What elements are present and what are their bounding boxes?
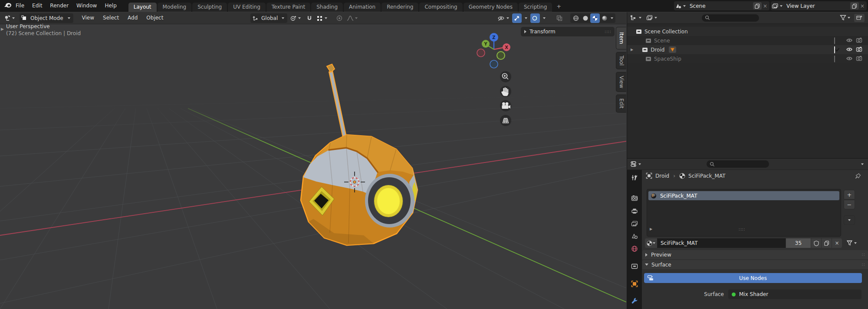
workspace-tab-compositing[interactable]: Compositing bbox=[419, 3, 462, 12]
outliner-row-spaceship[interactable]: SpaceShip bbox=[627, 54, 868, 63]
view-layer-browse-caret[interactable] bbox=[780, 5, 783, 7]
xray-toggle-button[interactable] bbox=[555, 13, 564, 23]
outliner-item-label[interactable]: Droid bbox=[651, 47, 664, 53]
scene-unlink-button[interactable]: × bbox=[762, 2, 769, 10]
transform-panel-header[interactable]: Transform ∷∷ bbox=[521, 27, 615, 36]
outliner-display-mode-button[interactable] bbox=[646, 15, 658, 21]
viewport-menu-add[interactable]: Add bbox=[123, 12, 142, 24]
view-layer-name[interactable]: View Layer bbox=[784, 3, 849, 9]
menu-help[interactable]: Help bbox=[101, 0, 120, 11]
render-visibility-icon[interactable] bbox=[856, 46, 862, 52]
slot-specials-menu-button[interactable] bbox=[844, 215, 855, 225]
zoom-button[interactable] bbox=[500, 71, 511, 82]
surface-panel-header[interactable]: Surface ∷ bbox=[642, 260, 868, 269]
shading-material-preview-button[interactable] bbox=[590, 13, 600, 23]
exclude-checkbox[interactable] bbox=[834, 38, 835, 44]
show-overlays-button[interactable] bbox=[530, 13, 540, 23]
tab-collection[interactable] bbox=[628, 260, 641, 272]
workspace-tab-scripting[interactable]: Scripting bbox=[519, 3, 552, 12]
unlink-material-button[interactable]: × bbox=[832, 238, 842, 248]
gizmo-z-neg-axis[interactable] bbox=[490, 60, 498, 68]
exclude-checkbox[interactable] bbox=[834, 47, 835, 53]
viewport-menu-object[interactable]: Object bbox=[142, 12, 168, 24]
outliner-item-label[interactable]: Scene bbox=[654, 38, 670, 44]
outliner-editor-type-button[interactable] bbox=[630, 15, 643, 21]
pin-icon[interactable] bbox=[855, 173, 861, 179]
tab-output[interactable] bbox=[628, 205, 641, 217]
workspace-tab-layout[interactable]: Layout bbox=[128, 3, 157, 12]
tab-render[interactable] bbox=[628, 192, 641, 204]
workspace-tab-uv-editing[interactable]: UV Editing bbox=[228, 3, 266, 12]
panel-grip-icon[interactable]: ∷∷ bbox=[605, 29, 611, 34]
fake-user-button[interactable] bbox=[811, 238, 821, 248]
new-collection-button[interactable] bbox=[854, 14, 865, 22]
scene-name[interactable]: Scene bbox=[687, 3, 752, 9]
scene-selector[interactable]: Scene × bbox=[674, 1, 769, 10]
show-gizmo-button[interactable] bbox=[512, 13, 522, 23]
view-layer-selector[interactable]: View Layer × bbox=[771, 1, 867, 10]
snap-toggle-button[interactable] bbox=[305, 13, 314, 23]
shading-rendered-button[interactable] bbox=[600, 13, 609, 23]
shading-wireframe-button[interactable] bbox=[571, 13, 581, 23]
view-layer-new-button[interactable] bbox=[850, 2, 859, 10]
browse-material-button[interactable] bbox=[645, 238, 657, 248]
list-resize-grip[interactable]: ∷∷ bbox=[739, 227, 745, 232]
add-workspace-button[interactable]: + bbox=[553, 1, 565, 12]
render-visibility-icon[interactable] bbox=[856, 55, 862, 61]
outliner-row-scene-collection[interactable]: Scene Collection bbox=[627, 27, 868, 36]
outliner-filter-button[interactable] bbox=[840, 15, 852, 21]
proportional-falloff-dropdown[interactable] bbox=[347, 15, 359, 21]
viewport-canvas[interactable]: Z Y X bbox=[0, 24, 626, 309]
sidebar-tab-view[interactable]: View bbox=[616, 72, 626, 92]
workspace-tab-modeling[interactable]: Modeling bbox=[158, 3, 192, 12]
sidebar-tab-item[interactable]: Item bbox=[616, 27, 626, 49]
workspace-tab-rendering[interactable]: Rendering bbox=[381, 3, 418, 12]
editor-type-button[interactable] bbox=[3, 15, 16, 21]
sidebar-tab-tool[interactable]: Tool bbox=[616, 52, 626, 69]
tab-modifiers[interactable] bbox=[628, 295, 641, 306]
material-link-dropdown[interactable] bbox=[846, 240, 858, 246]
outliner-item-label[interactable]: SpaceShip bbox=[654, 56, 681, 62]
workspace-tab-shading[interactable]: Shading bbox=[311, 3, 343, 12]
viewport-menu-view[interactable]: View bbox=[78, 12, 99, 24]
copy-material-button[interactable] bbox=[821, 238, 832, 248]
toolbar-expand-arrow[interactable]: ▶ bbox=[1, 27, 4, 31]
shading-caret[interactable] bbox=[611, 17, 613, 19]
workspace-tab-texture-paint[interactable]: Texture Paint bbox=[266, 3, 310, 12]
scene-new-copy-button[interactable] bbox=[753, 2, 762, 10]
tab-scene[interactable] bbox=[628, 231, 641, 242]
material-slot-selected[interactable]: SciFiPack_MAT bbox=[648, 191, 839, 200]
properties-editor-type-button[interactable] bbox=[630, 161, 642, 167]
add-slot-button[interactable]: + bbox=[844, 190, 855, 199]
object-visibility-dropdown[interactable] bbox=[497, 15, 510, 21]
remove-slot-button[interactable]: − bbox=[844, 200, 855, 209]
render-visibility-icon[interactable] bbox=[856, 37, 862, 43]
shading-solid-button[interactable] bbox=[581, 13, 590, 23]
outliner-search-input[interactable] bbox=[702, 14, 759, 22]
scene-browse-caret[interactable] bbox=[683, 5, 686, 7]
proportional-editing-button[interactable] bbox=[335, 13, 344, 23]
panel-grip-icon[interactable]: ∷ bbox=[862, 252, 865, 257]
viewport-menu-select[interactable]: Select bbox=[99, 12, 123, 24]
tab-tool[interactable] bbox=[628, 172, 641, 183]
slot-specials-arrow[interactable]: ▶ bbox=[650, 227, 652, 231]
outliner-row-scene[interactable]: Scene bbox=[627, 36, 868, 45]
collection-color-badge[interactable] bbox=[669, 46, 676, 53]
breadcrumb-material[interactable]: SciFiPack_MAT bbox=[688, 173, 725, 179]
breadcrumb-object[interactable]: Droid bbox=[655, 173, 669, 179]
outliner-row-droid[interactable]: ▶ Droid bbox=[627, 45, 868, 54]
ortho-toggle-button[interactable] bbox=[500, 115, 511, 126]
preview-panel-header[interactable]: Preview ∷ bbox=[642, 250, 868, 259]
panel-grip-icon[interactable]: ∷ bbox=[862, 262, 865, 267]
hide-eye-icon[interactable] bbox=[846, 55, 853, 62]
outliner-item-label[interactable]: Scene Collection bbox=[644, 29, 688, 35]
gizmo-y-neg-axis[interactable] bbox=[497, 52, 505, 59]
workspace-tab-sculpting[interactable]: Sculpting bbox=[192, 3, 227, 12]
mode-dropdown[interactable]: Object Mode bbox=[20, 13, 73, 23]
hide-eye-icon[interactable] bbox=[846, 37, 853, 43]
tab-view-layer[interactable] bbox=[628, 218, 641, 229]
snap-with-dropdown[interactable] bbox=[317, 15, 329, 21]
overlays-caret[interactable] bbox=[543, 17, 546, 19]
menu-edit[interactable]: Edit bbox=[28, 0, 46, 11]
gizmo-caret[interactable] bbox=[525, 17, 527, 19]
